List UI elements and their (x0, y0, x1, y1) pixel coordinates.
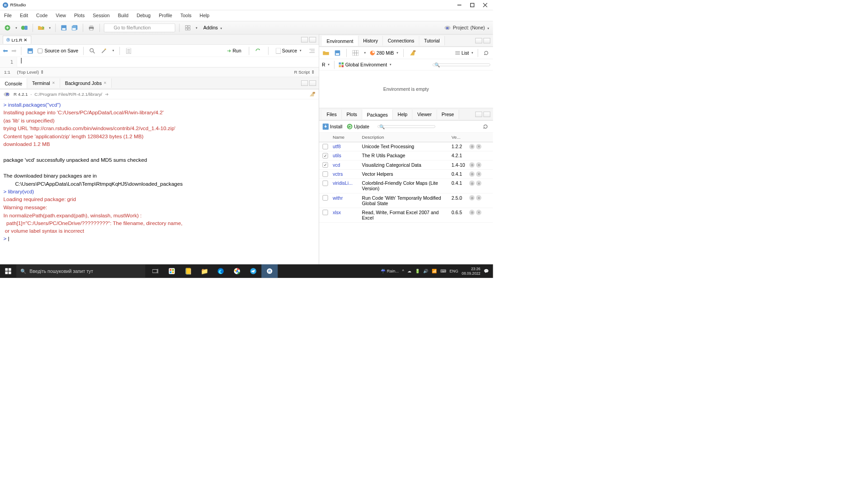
save-all-icon[interactable] (71, 24, 79, 32)
new-file-icon[interactable] (4, 24, 12, 32)
menu-code[interactable]: Code (36, 13, 47, 19)
weather-widget[interactable]: ☔ Rain... (381, 269, 399, 274)
package-checkbox[interactable] (322, 144, 328, 149)
memory-usage[interactable]: 280 MiB ▼ (370, 50, 399, 56)
col-header-desc[interactable]: Description (361, 135, 452, 140)
telegram-icon[interactable] (245, 264, 261, 278)
language-indicator[interactable]: ENG (449, 269, 458, 274)
dropdown-icon[interactable]: ▼ (15, 26, 18, 29)
tab-viewer[interactable]: Viewer (412, 109, 437, 119)
run-button[interactable]: ➜Run (225, 47, 243, 54)
dropdown-icon[interactable]: ▼ (195, 26, 198, 29)
minimize-button[interactable] (457, 3, 462, 8)
package-web-icon[interactable]: ⊕ (469, 210, 475, 215)
minimize-pane-button[interactable] (301, 37, 308, 42)
minimize-pane-button[interactable] (475, 38, 482, 43)
col-header-version[interactable]: Ve... (452, 135, 469, 140)
tab-tutorial[interactable]: Tutorial (419, 36, 444, 45)
console-output[interactable]: > install.packages("vcd")Installing pack… (0, 99, 319, 264)
forward-arrow-icon[interactable]: ➡ (11, 47, 16, 55)
package-web-icon[interactable]: ⊕ (469, 171, 475, 177)
package-name-link[interactable]: vcd (333, 162, 340, 168)
menu-plots[interactable]: Plots (74, 13, 85, 19)
import-dataset-icon[interactable] (351, 49, 359, 57)
package-name-link[interactable]: xlsx (333, 210, 341, 215)
package-remove-icon[interactable]: ✕ (476, 195, 481, 201)
back-arrow-icon[interactable]: ⬅ (3, 47, 8, 55)
start-button[interactable] (0, 268, 16, 274)
grid-view-icon[interactable] (184, 24, 192, 32)
package-remove-icon[interactable]: ✕ (476, 210, 481, 215)
tab-prese[interactable]: Prese (437, 109, 459, 119)
menu-view[interactable]: View (56, 13, 66, 19)
tab-plots[interactable]: Plots (342, 109, 362, 119)
package-name-link[interactable]: withr (333, 195, 343, 201)
menu-debug[interactable]: Debug (137, 13, 151, 19)
close-button[interactable] (483, 3, 488, 8)
tab-files[interactable]: Files (322, 109, 342, 119)
package-remove-icon[interactable]: ✕ (476, 144, 481, 149)
chrome-icon[interactable] (229, 264, 245, 278)
working-dir[interactable]: C:/Program Files/R/R-4.2.1/library/ (34, 92, 102, 97)
menu-tools[interactable]: Tools (180, 13, 192, 19)
tab-connections[interactable]: Connections (383, 36, 419, 45)
package-web-icon[interactable]: ⊕ (469, 144, 475, 149)
task-view-icon[interactable] (147, 264, 164, 278)
rstudio-taskbar-icon[interactable]: R (261, 264, 278, 278)
environment-scope[interactable]: Global Environment ▼ (339, 62, 392, 67)
chevron-up-icon[interactable]: ^ (402, 269, 404, 274)
edge-icon[interactable] (212, 264, 229, 278)
battery-icon[interactable]: 🔋 (415, 269, 420, 274)
menu-file[interactable]: File (4, 13, 12, 19)
dropdown-icon[interactable]: ▼ (112, 49, 115, 52)
language-mode[interactable]: R Script ⇕ (294, 70, 315, 75)
package-name-link[interactable]: vctrs (333, 171, 343, 177)
maximize-pane-button[interactable] (309, 80, 316, 86)
scope-selector[interactable]: (Top Level) ⇕ (17, 70, 44, 75)
tab-terminal[interactable]: Terminal ✕ (27, 78, 60, 88)
clear-objects-icon[interactable] (409, 49, 417, 57)
save-icon[interactable] (60, 24, 68, 32)
package-remove-icon[interactable]: ✕ (476, 181, 481, 186)
package-web-icon[interactable]: ⊕ (469, 181, 475, 186)
minimize-pane-button[interactable] (475, 112, 482, 117)
maximize-pane-button[interactable] (483, 112, 490, 117)
package-checkbox[interactable] (322, 171, 328, 177)
code-editor[interactable]: 1 | (0, 57, 319, 67)
keyboard-icon[interactable]: ⌨ (440, 269, 446, 274)
maximize-button[interactable] (470, 3, 475, 8)
project-menu[interactable]: Project: (None) ▼ (453, 25, 490, 31)
goto-dir-icon[interactable]: ➜ (105, 92, 108, 97)
refresh-icon[interactable] (481, 122, 490, 131)
package-checkbox[interactable] (322, 181, 328, 186)
view-mode-selector[interactable]: List ▼ (455, 50, 473, 56)
environment-search[interactable]: 🔍 (433, 63, 491, 66)
menu-build[interactable]: Build (118, 13, 128, 19)
tab-help[interactable]: Help (393, 109, 412, 119)
tab-packages[interactable]: Packages (362, 109, 393, 119)
notifications-icon[interactable]: 💬 (484, 269, 489, 274)
wifi-icon[interactable]: 📶 (432, 269, 437, 274)
package-checkbox[interactable] (322, 153, 328, 159)
file-explorer-icon[interactable]: 📁 (196, 264, 212, 278)
onedrive-icon[interactable]: ☁ (407, 269, 411, 274)
load-workspace-icon[interactable] (322, 49, 330, 57)
refresh-icon[interactable] (482, 49, 490, 57)
notebook-icon[interactable] (124, 47, 132, 55)
col-header-name[interactable]: Name (331, 135, 361, 140)
goto-file-input[interactable]: ➜ Go to file/function (104, 23, 175, 33)
microsoft-store-icon[interactable] (164, 264, 180, 278)
magic-wand-icon[interactable] (100, 47, 108, 55)
menu-edit[interactable]: Edit (20, 13, 28, 19)
language-selector[interactable]: R ▼ (322, 62, 330, 67)
source-on-save-checkbox[interactable]: Source on Save (38, 48, 78, 53)
package-name-link[interactable]: utf8 (333, 144, 341, 149)
minimize-pane-button[interactable] (301, 80, 308, 86)
show-file-icon[interactable] (26, 47, 34, 55)
menu-session[interactable]: Session (93, 13, 109, 19)
file-tab[interactable]: Ⓡ Lr1.R ✕ (3, 35, 31, 43)
package-checkbox[interactable] (322, 162, 328, 168)
source-button[interactable]: Source ▼ (274, 47, 304, 54)
tab-environment[interactable]: Environment (322, 35, 359, 46)
addins-menu[interactable]: Addins ▼ (203, 25, 223, 31)
